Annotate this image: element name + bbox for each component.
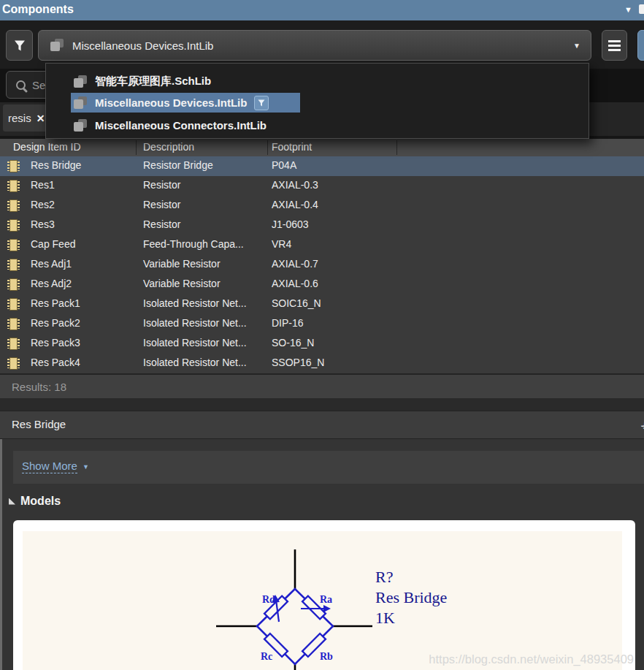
component-chip-icon bbox=[9, 239, 18, 251]
cell-description: Variable Resistor bbox=[143, 278, 221, 289]
panel-title: Components bbox=[2, 3, 74, 16]
library-toolbar: Miscellaneous Devices.IntLib ▼ bbox=[0, 20, 644, 69]
show-more-link[interactable]: Show More ▼ bbox=[22, 460, 89, 473]
cell-design-item-id: Res Bridge bbox=[31, 159, 81, 171]
cell-design-item-id: Res Pack1 bbox=[31, 297, 80, 309]
hamburger-icon bbox=[608, 40, 621, 42]
library-option-schlib[interactable]: 智能车原理图库.SchLib bbox=[74, 72, 211, 91]
search-icon bbox=[16, 80, 26, 90]
component-chip-icon bbox=[9, 160, 18, 172]
library-option-misc-devices[interactable]: Miscellaneous Devices.IntLib bbox=[71, 93, 300, 113]
comment-text: Res Bridge bbox=[375, 588, 447, 606]
section-expanded-triangle-icon bbox=[9, 498, 15, 505]
cell-description: Resistor bbox=[143, 218, 180, 230]
column-separator[interactable] bbox=[136, 140, 137, 155]
cell-description: Resistor bbox=[143, 179, 180, 191]
detail-title: Res Bridge bbox=[12, 418, 66, 430]
library-option-label: 智能车原理图库.SchLib bbox=[95, 75, 211, 88]
cell-footprint: P04A bbox=[272, 159, 296, 171]
cell-design-item-id: Res2 bbox=[31, 199, 55, 210]
cell-footprint: J1-0603 bbox=[272, 218, 309, 230]
cell-footprint: AXIAL-0.7 bbox=[272, 258, 318, 270]
clipped-edge-button[interactable] bbox=[637, 30, 644, 61]
cell-description: Variable Resistor bbox=[143, 258, 221, 270]
watermark-text: https://blog.csdn.net/weixin_48935409 bbox=[429, 652, 634, 666]
cell-design-item-id: Res Pack3 bbox=[31, 337, 80, 349]
cell-design-item-id: Res Adj1 bbox=[31, 258, 72, 270]
component-chip-icon bbox=[9, 298, 18, 311]
cell-description: Isolated Resistor Net... bbox=[143, 297, 247, 309]
table-row[interactable]: Res Pack4 Isolated Resistor Net... SSOP1… bbox=[0, 354, 644, 373]
models-section-header[interactable]: Models bbox=[9, 495, 61, 508]
ra-arrowhead bbox=[323, 605, 331, 612]
column-description[interactable]: Description bbox=[143, 141, 194, 153]
cell-description: Isolated Resistor Net... bbox=[143, 337, 247, 349]
cell-footprint: AXIAL-0.3 bbox=[272, 179, 318, 191]
library-selector[interactable]: Miscellaneous Devices.IntLib ▼ bbox=[38, 30, 591, 61]
show-more-caret-icon: ▼ bbox=[83, 463, 89, 471]
show-more-panel: Show More ▼ bbox=[13, 451, 644, 484]
label-ra: Ra bbox=[320, 594, 332, 605]
column-footprint[interactable]: Footprint bbox=[272, 141, 312, 153]
library-icon bbox=[74, 75, 88, 88]
vertical-scrollbar[interactable] bbox=[0, 439, 2, 670]
cell-design-item-id: Res Pack4 bbox=[31, 357, 80, 368]
label-rb: Rb bbox=[320, 651, 333, 662]
pin-icon[interactable] bbox=[639, 4, 644, 14]
table-row[interactable]: Res2 Resistor AXIAL-0.4 bbox=[0, 196, 644, 216]
designator-text: R? bbox=[375, 568, 393, 586]
column-design-item-id[interactable]: Design Item ID bbox=[13, 141, 81, 153]
column-separator[interactable] bbox=[267, 140, 268, 155]
cell-description: Feed-Through Capa... bbox=[143, 238, 244, 250]
table-row[interactable]: Res Pack2 Isolated Resistor Net... DIP-1… bbox=[0, 314, 644, 334]
schematic-preview-card[interactable]: Rd Ra Rc Rb R? Res Bridge 1K https://blo… bbox=[13, 520, 635, 670]
table-row[interactable]: Res Pack1 Isolated Resistor Net... SOIC1… bbox=[0, 294, 644, 314]
results-count: Results: 18 bbox=[12, 381, 66, 393]
library-icon bbox=[74, 119, 88, 132]
show-more-label: Show More bbox=[22, 460, 77, 473]
library-option-label: Miscellaneous Connectors.IntLib bbox=[95, 119, 267, 132]
filter-button[interactable] bbox=[6, 30, 33, 61]
cell-design-item-id: Res1 bbox=[31, 179, 55, 191]
filter-chip-close-icon[interactable]: ✕ bbox=[37, 113, 45, 124]
library-selector-caret-icon[interactable]: ▼ bbox=[573, 42, 580, 50]
components-panel: Components ▼ Miscellaneous Devices.IntLi… bbox=[0, 0, 644, 670]
panel-menu-button[interactable] bbox=[602, 30, 627, 61]
component-chip-icon bbox=[9, 219, 18, 232]
library-selector-value: Miscellaneous Devices.IntLib bbox=[72, 39, 213, 52]
results-bar: Results: 18 bbox=[0, 373, 644, 398]
cell-description: Isolated Resistor Net... bbox=[143, 317, 247, 329]
cell-footprint: AXIAL-0.4 bbox=[272, 199, 318, 210]
label-rc: Rc bbox=[261, 651, 272, 662]
cell-design-item-id: Cap Feed bbox=[31, 238, 75, 250]
models-section-title: Models bbox=[20, 495, 61, 508]
panel-titlebar: Components ▼ bbox=[0, 0, 644, 20]
component-chip-icon bbox=[9, 278, 18, 291]
component-chip-icon bbox=[9, 199, 18, 212]
filter-active-badge bbox=[254, 96, 269, 110]
expand-chevrons-icon[interactable]: » bbox=[637, 419, 644, 433]
cell-description: Resistor bbox=[143, 199, 180, 210]
table-header: Design Item ID Description Footprint bbox=[0, 139, 644, 156]
component-chip-icon bbox=[9, 259, 18, 271]
component-list: Res Bridge Resistor Bridge P04A Res1 Res… bbox=[0, 156, 644, 373]
cell-footprint: VR4 bbox=[272, 238, 291, 250]
table-row[interactable]: Res Adj1 Variable Resistor AXIAL-0.7 bbox=[0, 255, 644, 275]
cell-footprint: SO-16_N bbox=[272, 337, 314, 349]
library-option-misc-connectors[interactable]: Miscellaneous Connectors.IntLib bbox=[74, 115, 267, 135]
funnel-icon bbox=[12, 38, 27, 53]
panel-menu-caret-icon[interactable]: ▼ bbox=[624, 5, 632, 14]
column-separator[interactable] bbox=[396, 140, 397, 155]
table-row[interactable]: Res1 Resistor AXIAL-0.3 bbox=[0, 176, 644, 196]
table-row[interactable]: Res Pack3 Isolated Resistor Net... SO-16… bbox=[0, 334, 644, 354]
table-row[interactable]: Res Bridge Resistor Bridge P04A bbox=[0, 156, 644, 176]
label-rd: Rd bbox=[262, 594, 275, 605]
table-row[interactable]: Res Adj2 Variable Resistor AXIAL-0.6 bbox=[0, 275, 644, 294]
cell-footprint: SSOP16_N bbox=[272, 357, 324, 368]
table-row[interactable]: Res3 Resistor J1-0603 bbox=[0, 216, 644, 235]
component-chip-icon bbox=[9, 357, 18, 370]
table-row[interactable]: Cap Feed Feed-Through Capa... VR4 bbox=[0, 235, 644, 255]
detail-body: Show More ▼ Models bbox=[0, 439, 644, 670]
library-icon bbox=[74, 96, 88, 110]
cell-footprint: DIP-16 bbox=[272, 317, 304, 329]
